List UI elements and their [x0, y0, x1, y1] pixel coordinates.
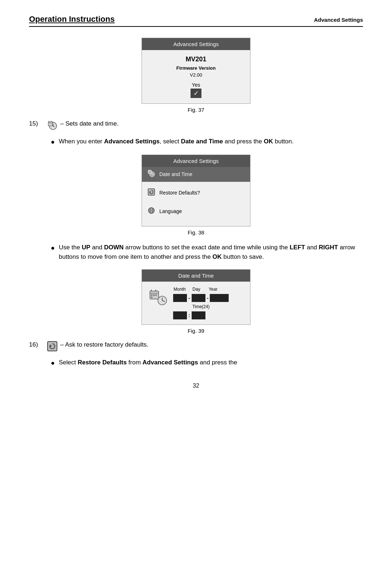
- header-section: Advanced Settings: [314, 17, 363, 23]
- fig37-model: MV201: [185, 56, 206, 63]
- bullet-2-text: Use the UP and DOWN arrow buttons to set…: [59, 243, 363, 262]
- fig37-box: Advanced Settings MV201 Firmware Version…: [142, 38, 250, 104]
- menu-label-datetime: Date and Time: [159, 171, 192, 177]
- fig37-yes-label: Yes: [192, 82, 200, 88]
- datetime-menu-icon: [147, 170, 156, 179]
- svg-rect-28: [151, 297, 152, 298]
- fig37-fw-version: V2.00: [190, 72, 202, 78]
- svg-rect-14: [148, 189, 155, 195]
- year-label: Year: [207, 287, 220, 292]
- day-label: Day: [190, 287, 203, 292]
- step15-text: – Sets date and time.: [60, 120, 119, 127]
- minute-input: [192, 311, 205, 319]
- menu-row-language: Language: [142, 204, 250, 219]
- dt-clock-icon: [149, 288, 167, 310]
- figure-37-container: Advanced Settings MV201 Firmware Version…: [29, 38, 363, 113]
- bullet-2: ● Use the UP and DOWN arrow buttons to s…: [51, 243, 363, 262]
- restore-menu-icon: [147, 188, 156, 197]
- fig39-label: Fig. 39: [188, 328, 204, 334]
- dt-fields: Month Day Year - - Time(24) :: [173, 287, 229, 319]
- fig38-header: Advanced Settings: [142, 155, 250, 167]
- fig39-body: Month Day Year - - Time(24) :: [142, 282, 250, 324]
- bullet-dot-3: ●: [51, 358, 59, 368]
- dt-time-inputs: :: [173, 311, 229, 319]
- language-menu-icon: [147, 207, 156, 216]
- year-input: [210, 294, 229, 302]
- fig38-box: Advanced Settings Date and Time: [142, 155, 250, 226]
- bullet-dot-1: ●: [51, 137, 59, 147]
- menu-row-restore: Restore Defaults?: [142, 185, 250, 200]
- page-header: Operation Instructions Advanced Settings: [29, 15, 363, 27]
- bullet-3-text: Select Restore Defaults from Advanced Se…: [59, 358, 237, 367]
- step16-text: – Ask to restore factory defaults.: [60, 341, 148, 348]
- step16-number: 16): [29, 341, 47, 348]
- dt-date-labels: Month Day Year: [173, 287, 229, 292]
- menu-label-restore: Restore Defaults?: [159, 190, 200, 196]
- fig37-header: Advanced Settings: [142, 38, 250, 50]
- svg-rect-25: [151, 294, 152, 296]
- svg-rect-10: [148, 170, 151, 173]
- fig39-box: Date and Time: [142, 269, 250, 325]
- svg-rect-27: [155, 294, 157, 296]
- figure-38-container: Advanced Settings Date and Time: [29, 155, 363, 236]
- fig37-body: MV201 Firmware Version V2.00 Yes ✓: [142, 50, 250, 103]
- hour-input: [173, 311, 187, 319]
- dash-2: -: [207, 295, 209, 301]
- dash-1: -: [188, 295, 190, 301]
- bullet-3: ● Select Restore Defaults from Advanced …: [51, 358, 363, 368]
- fig38-label: Fig. 38: [188, 229, 204, 236]
- step15-number: 15): [29, 120, 47, 127]
- dt-content: Month Day Year - - Time(24) :: [149, 287, 243, 319]
- step-15: 15) – Sets date and time.: [29, 120, 363, 132]
- menu-row-datetime: Date and Time: [142, 167, 250, 182]
- fig37-fw-label: Firmware Version: [176, 65, 216, 71]
- menu-label-language: Language: [159, 208, 182, 214]
- svg-rect-32: [48, 342, 57, 351]
- dt-date-inputs: - -: [173, 294, 229, 302]
- header-title: Operation Instructions: [29, 15, 115, 24]
- fig37-label: Fig. 37: [188, 107, 204, 113]
- datetime-icon: [47, 120, 57, 132]
- fig37-checkmark: ✓: [191, 89, 201, 98]
- bullet-1-text: When you enter Advanced Settings, select…: [59, 137, 294, 146]
- month-label: Month: [173, 287, 186, 292]
- svg-rect-26: [153, 294, 155, 296]
- restore-icon: [47, 341, 57, 353]
- svg-rect-3: [48, 122, 53, 126]
- fig39-header: Date and Time: [142, 270, 250, 282]
- day-input: [192, 294, 205, 302]
- figure-39-container: Date and Time: [29, 269, 363, 334]
- month-input: [173, 294, 187, 302]
- fig38-body: Date and Time Restore Defaults?: [142, 167, 250, 226]
- time-label: Time(24): [173, 304, 229, 309]
- step-16: 16) – Ask to restore factory defaults.: [29, 341, 363, 353]
- bullet-dot-2: ●: [51, 243, 59, 253]
- time-colon: :: [188, 312, 190, 318]
- bullet-1: ● When you enter Advanced Settings, sele…: [51, 137, 363, 147]
- page-number: 32: [29, 383, 363, 389]
- fig37-yes-block: Yes ✓: [191, 82, 201, 98]
